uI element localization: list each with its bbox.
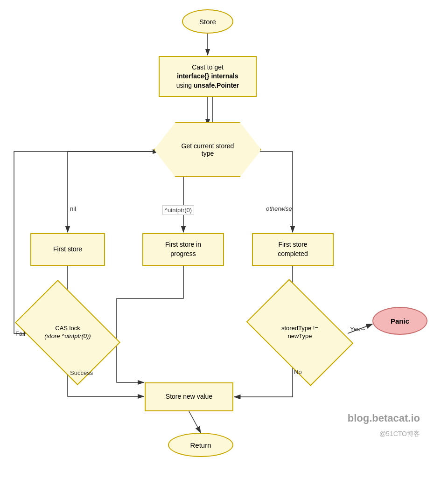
first-store-label: First store — [53, 245, 82, 254]
panic-label: Panic — [391, 317, 409, 325]
cast-label: Cast to getinterface{} internalsusing un… — [176, 63, 239, 90]
uintptr-label: ^uintptr(0) — [162, 205, 194, 215]
cas-diamond-node: CAS lock(store ^uintptr(0)) — [23, 302, 112, 363]
first-store-progress-node: First store inprogress — [142, 233, 224, 266]
store-node: Store — [182, 9, 233, 34]
store-new-value-node: Store new value — [145, 382, 233, 411]
store-label: Store — [199, 18, 216, 26]
first-store-completed-node: First storecompleted — [252, 233, 334, 266]
nil-label: nil — [70, 205, 76, 212]
return-label: Return — [190, 441, 211, 449]
watermark: blog.betacat.io — [348, 412, 420, 424]
success-label: Success — [70, 369, 93, 376]
return-node: Return — [168, 433, 233, 457]
cas-diamond-text: CAS lock(store ^uintptr(0)) — [44, 325, 91, 340]
cast-node: Cast to getinterface{} internalsusing un… — [159, 56, 257, 97]
store-new-value-label: Store new value — [166, 392, 212, 402]
get-current-label: Get current storedtype — [182, 142, 234, 157]
first-store-node: First store — [30, 233, 105, 266]
watermark2: @51CTO博客 — [379, 430, 420, 438]
stored-type-diamond-node: storedType !=newType — [254, 302, 345, 363]
svg-line-8 — [189, 411, 201, 433]
get-current-node: Get current storedtype — [154, 122, 261, 177]
first-store-progress-label: First store inprogress — [165, 240, 201, 258]
panic-node: Panic — [372, 307, 427, 335]
stored-type-diamond-text: storedType !=newType — [281, 325, 318, 340]
fail-label: Fail — [15, 330, 25, 337]
first-store-completed-label: First storecompleted — [278, 240, 308, 258]
otherwise-label: otherwise — [266, 205, 292, 212]
yes-label: Yes→ — [350, 326, 366, 333]
no-label: No — [294, 368, 302, 375]
